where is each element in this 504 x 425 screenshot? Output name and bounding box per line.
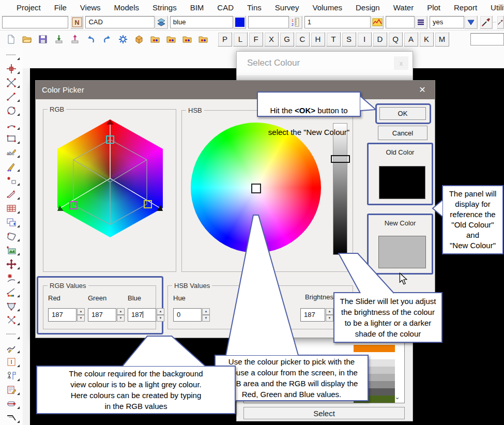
cad-tool-button[interactable] <box>1 131 22 145</box>
cad-tool-button[interactable] <box>1 397 22 411</box>
snap-letter-button[interactable]: T <box>326 32 341 47</box>
snap-letter-button[interactable]: P <box>218 32 232 47</box>
brightness-spin-buttons[interactable]: ▲▼ <box>326 308 333 322</box>
snap-letter-button[interactable]: K <box>419 32 434 47</box>
colour-swatch-button[interactable] <box>233 16 247 29</box>
name-field[interactable]: CAD <box>85 16 155 28</box>
menu-item[interactable]: Plot <box>427 3 440 12</box>
cad-tool-button[interactable] <box>1 299 22 313</box>
snap-letter-button[interactable]: C <box>295 32 310 47</box>
linestyle-button[interactable] <box>415 16 428 29</box>
red-spin-buttons[interactable]: ▲▼ <box>77 308 85 322</box>
menu-item[interactable]: Survey <box>275 3 299 12</box>
menu-item[interactable]: Report <box>454 3 477 12</box>
cad-tool-button[interactable] <box>1 271 22 285</box>
select-button[interactable]: Select <box>243 407 405 419</box>
toolbar-button[interactable] <box>68 33 82 46</box>
cad-tool-button[interactable] <box>1 48 22 62</box>
brightness-value[interactable]: 187 <box>300 308 325 322</box>
snap-letter-button[interactable]: F <box>249 32 263 47</box>
menu-item[interactable]: Strings <box>152 3 177 12</box>
search-input[interactable] <box>2 16 68 28</box>
menu-item[interactable]: Tins <box>247 3 262 12</box>
menu-item[interactable]: Water <box>393 3 414 12</box>
blue-spinner[interactable]: 187 ▲▼ <box>128 308 164 322</box>
menu-item[interactable]: CAD <box>217 3 234 12</box>
green-value[interactable]: 187 <box>88 308 116 322</box>
toolbar-button[interactable] <box>52 33 66 46</box>
cad-tool-button[interactable] <box>1 243 22 257</box>
menu-item[interactable]: Views <box>80 3 101 12</box>
menu-item[interactable]: Project <box>17 3 41 12</box>
menu-item[interactable]: File <box>54 3 67 12</box>
cad-tool-button[interactable] <box>1 159 22 173</box>
toolbar-button[interactable] <box>196 33 210 46</box>
menu-item[interactable]: Design <box>356 3 380 12</box>
snap-letter-button[interactable]: M <box>435 32 449 47</box>
toolbar-grip[interactable] <box>493 16 497 29</box>
ok-button[interactable]: OK <box>379 107 426 120</box>
dialog-titlebar[interactable]: Color Picker ✕ <box>36 81 435 99</box>
name-button[interactable]: N <box>70 16 84 29</box>
tinable-field[interactable]: yes <box>430 16 464 28</box>
brightness-spinner[interactable]: 187 ▲▼ <box>300 308 333 322</box>
snap-letter-button[interactable]: A <box>404 32 418 47</box>
eyedropper-button[interactable] <box>480 16 493 29</box>
scroll-down-icon[interactable]: ⌄ <box>394 393 400 401</box>
cad-tool-button[interactable] <box>1 201 22 215</box>
green-spin-buttons[interactable]: ▲▼ <box>117 308 125 322</box>
style-field[interactable] <box>386 16 414 28</box>
cancel-button[interactable]: Cancel <box>378 126 427 140</box>
select-colour-titlebar[interactable]: Select Colour x <box>237 52 413 76</box>
blue-spin-buttons[interactable]: ▲▼ <box>157 308 164 322</box>
toolbar-button[interactable] <box>132 33 146 46</box>
cad-tool-button[interactable] <box>1 62 22 75</box>
cad-tool-button[interactable] <box>1 89 22 103</box>
menu-item[interactable]: Models <box>114 3 139 12</box>
toolbar-button[interactable] <box>148 33 162 46</box>
menu-item[interactable]: BIM <box>190 3 204 12</box>
cad-tool-button[interactable] <box>1 187 22 201</box>
colour-list-swatch[interactable] <box>354 345 395 352</box>
toolbar-button[interactable] <box>84 33 98 46</box>
cad-tool-button[interactable] <box>1 117 22 131</box>
snap-letter-button[interactable]: D <box>373 32 387 47</box>
cad-tool-button[interactable] <box>1 257 22 271</box>
red-spinner[interactable]: 187 ▲▼ <box>48 308 85 322</box>
hue-value[interactable]: 0 <box>173 308 202 322</box>
toolbar-overflow-icon[interactable] <box>497 16 504 29</box>
toolbar-button[interactable] <box>4 33 18 46</box>
cad-tool-button[interactable] <box>1 313 22 327</box>
brightness-slider-handle[interactable] <box>331 155 350 163</box>
cad-tool-button[interactable] <box>1 75 22 89</box>
cad-tool-button[interactable] <box>1 369 22 383</box>
toolbar-button[interactable] <box>36 33 50 46</box>
menu-item[interactable]: Utilities <box>491 3 504 12</box>
toolbar-button[interactable] <box>180 33 194 46</box>
hue-spinner[interactable]: 0 ▲▼ <box>173 308 210 322</box>
model-button[interactable] <box>371 16 384 29</box>
wheel-selection-marker[interactable] <box>251 184 261 193</box>
snap-letter-button[interactable]: S <box>342 32 356 47</box>
hue-spin-buttons[interactable]: ▲▼ <box>202 308 210 322</box>
ruler-button[interactable]: 12 <box>289 16 302 29</box>
colour-field[interactable]: blue <box>170 16 233 28</box>
blue-value[interactable]: 187 <box>128 308 156 322</box>
weight-field[interactable]: 1 <box>304 16 371 28</box>
snap-letter-button[interactable]: G <box>280 32 294 47</box>
close-button[interactable]: x <box>394 56 408 70</box>
command-input[interactable] <box>470 33 504 45</box>
toolbar-button[interactable] <box>116 33 130 46</box>
snap-letter-button[interactable]: Q <box>388 32 403 47</box>
red-value[interactable]: 187 <box>48 308 77 322</box>
snap-letter-button[interactable]: H <box>311 32 325 47</box>
cad-tool-button[interactable] <box>1 383 22 397</box>
cad-tool-button[interactable] <box>1 285 22 299</box>
tin-field[interactable] <box>248 16 289 28</box>
menu-item[interactable]: Volumes <box>312 3 342 12</box>
toolbar-button[interactable] <box>100 33 114 46</box>
toolbar-button[interactable] <box>20 33 34 46</box>
toolbar-button[interactable] <box>164 33 178 46</box>
green-spinner[interactable]: 187 ▲▼ <box>88 308 125 322</box>
cad-tool-button[interactable] <box>1 103 22 117</box>
